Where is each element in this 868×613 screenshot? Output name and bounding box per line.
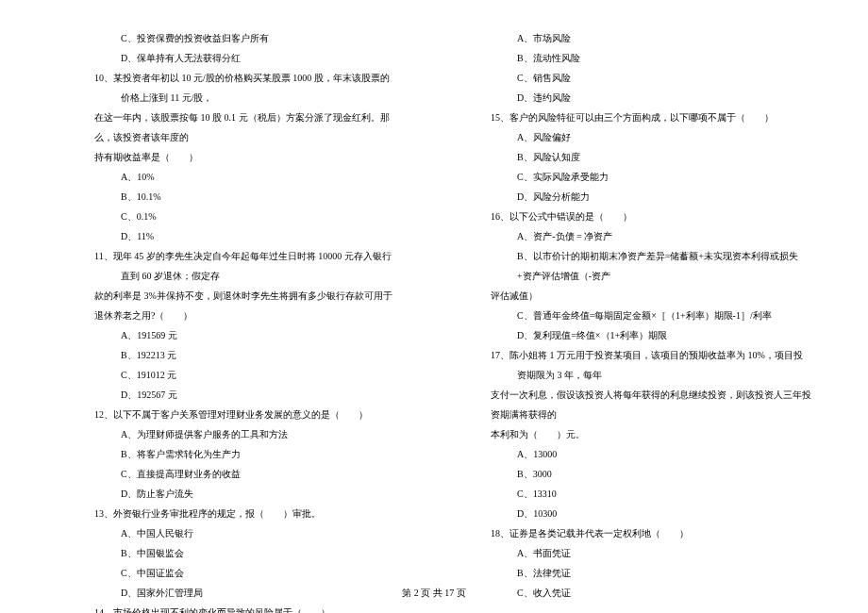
option-text: C、实际风险承受能力 xyxy=(491,167,811,187)
option-text: C、普通年金终值=每期固定金额×［（1+利率）期限-1］/利率 xyxy=(491,306,811,325)
option-text: C、0.1% xyxy=(94,207,396,226)
question-line: 11、现年 45 岁的李先生决定自今年起每年过生日时将 10000 元存入银行直… xyxy=(94,246,396,286)
option-text: D、风险分析能力 xyxy=(491,187,811,207)
option-text: C、中国证监会 xyxy=(94,563,396,583)
right-column: A、市场风险 B、流动性风险 C、销售风险 D、违约风险 15、客户的风险特征可… xyxy=(434,28,868,585)
option-continuation: 评估减值） xyxy=(491,286,811,306)
option-text: B、以市价计的期初期末净资产差异=储蓄额+未实现资本利得或损失+资产评估增值（-… xyxy=(491,246,811,286)
option-text: C、191012 元 xyxy=(94,365,396,385)
option-text: B、流动性风险 xyxy=(491,48,811,68)
option-text: D、192567 元 xyxy=(94,385,396,405)
option-text: B、中国银监会 xyxy=(94,543,396,563)
page-container: C、投资保费的投资收益归客户所有 D、保单持有人无法获得分红 10、某投资者年初… xyxy=(0,28,868,585)
option-text: D、复利现值=终值×（1+利率）期限 xyxy=(491,325,811,345)
option-text: B、10.1% xyxy=(94,187,396,207)
question-line: 17、陈小姐将 1 万元用于投资某项目，该项目的预期收益率为 10%，项目投资期… xyxy=(491,345,811,385)
question-line: 15、客户的风险特征可以由三个方面构成，以下哪项不属于（ ） xyxy=(491,108,811,127)
option-text: A、市场风险 xyxy=(491,28,811,48)
option-text: A、191569 元 xyxy=(94,325,396,345)
option-text: B、将客户需求转化为生产力 xyxy=(94,444,396,464)
option-text: D、防止客户流失 xyxy=(94,484,396,504)
page-footer: 第 2 页 共 17 页 xyxy=(0,587,868,600)
question-line: 12、以下不属于客户关系管理对理财业务发展的意义的是（ ） xyxy=(94,405,396,424)
option-text: A、书面凭证 xyxy=(491,543,811,563)
option-text: B、风险认知度 xyxy=(491,147,811,167)
option-text: C、直接提高理财业务的收益 xyxy=(94,464,396,484)
option-text: D、违约风险 xyxy=(491,88,811,108)
option-text: A、资产-负债 = 净资产 xyxy=(491,226,811,246)
option-text: B、192213 元 xyxy=(94,345,396,365)
option-text: A、风险偏好 xyxy=(491,127,811,147)
option-text: A、为理财师提供客户服务的工具和方法 xyxy=(94,424,396,444)
question-line: 16、以下公式中错误的是（ ） xyxy=(491,207,811,226)
option-text: C、销售风险 xyxy=(491,68,811,88)
question-line: 支付一次利息，假设该投资人将每年获得的利息继续投资，则该投资人三年投资期满将获得… xyxy=(491,385,811,424)
question-line: 13、外资银行业务审批程序的规定，报（ ）审批。 xyxy=(94,504,396,523)
option-text: D、保单持有人无法获得分红 xyxy=(94,48,396,68)
option-text: A、10% xyxy=(94,167,396,187)
question-line: 10、某投资者年初以 10 元/股的价格购买某股票 1000 股，年末该股票的价… xyxy=(94,68,396,108)
question-line: 持有期收益率是（ ） xyxy=(94,147,396,167)
option-text: B、3000 xyxy=(491,464,811,484)
question-line: 本利和为（ ）元。 xyxy=(491,424,811,444)
question-line: 18、证券是各类记载并代表一定权利地（ ） xyxy=(491,523,811,543)
left-column: C、投资保费的投资收益归客户所有 D、保单持有人无法获得分红 10、某投资者年初… xyxy=(0,28,434,585)
option-text: C、投资保费的投资收益归客户所有 xyxy=(94,28,396,48)
option-text: B、法律凭证 xyxy=(491,563,811,583)
option-text: D、11% xyxy=(94,226,396,246)
option-text: C、13310 xyxy=(491,484,811,504)
question-line: 在这一年内，该股票按每 10 股 0.1 元（税后）方案分派了现金红利。那么，该… xyxy=(94,108,396,147)
option-text: A、13000 xyxy=(491,444,811,464)
option-text: D、10300 xyxy=(491,504,811,523)
question-line: 14、市场价格出现不利的变化而导致的风险属于（ ） xyxy=(94,603,396,613)
question-line: 款的利率是 3%并保持不变，则退休时李先生将拥有多少银行存款可用于退休养老之用?… xyxy=(94,286,396,325)
option-text: A、中国人民银行 xyxy=(94,523,396,543)
